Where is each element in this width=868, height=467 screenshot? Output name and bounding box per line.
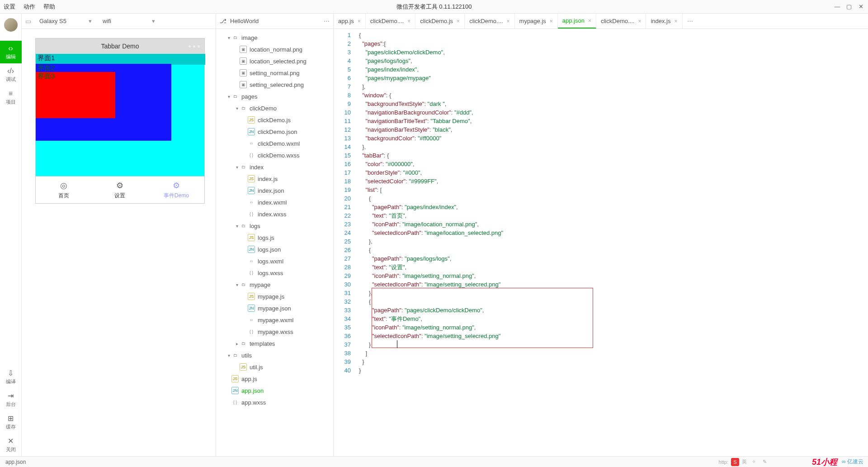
chevron-icon[interactable]: ▾ — [226, 94, 231, 99]
editor-tab-index.js[interactable]: index.js× — [646, 14, 682, 29]
wxss-icon: { } — [248, 210, 255, 218]
rail-icon: ⊞ — [8, 414, 14, 423]
tree-node-clickDemo.json[interactable]: JNclickDemo.json — [216, 126, 333, 138]
explorer-more-icon[interactable]: ⋯ — [324, 18, 330, 24]
rail-项目[interactable]: ≡项目 — [0, 86, 22, 109]
tree-node-clickDemo.js[interactable]: JSclickDemo.js — [216, 114, 333, 126]
close-icon[interactable]: ✕ — [857, 3, 864, 10]
editor-tab-app.js[interactable]: app.js× — [334, 14, 366, 29]
rail-关闭[interactable]: ✕关闭 — [0, 434, 22, 456]
tree-node-clickDemo.wxml[interactable]: ‹›clickDemo.wxml — [216, 138, 333, 149]
menu-action[interactable]: 动作 — [24, 3, 35, 11]
tree-node-pages[interactable]: ▾🗀pages — [216, 91, 333, 102]
network-select[interactable]: wifi — [99, 17, 158, 25]
tree-node-mypage.js[interactable]: JSmypage.js — [216, 291, 333, 302]
tab-close-icon[interactable]: × — [407, 18, 410, 24]
tree-label: location_selected.png — [250, 58, 307, 65]
tree-node-mypage[interactable]: ▾🗀mypage — [216, 279, 333, 291]
rail-缓存[interactable]: ⊞缓存 — [0, 411, 22, 434]
rail-调试[interactable]: ‹/›调试 — [0, 63, 22, 86]
tree-node-clickDemo.wxss[interactable]: { }clickDemo.wxss — [216, 149, 333, 161]
tree-node-index.js[interactable]: JSindex.js — [216, 173, 333, 185]
chevron-icon[interactable]: ▸ — [234, 341, 240, 346]
tree-node-app.js[interactable]: JSapp.js — [216, 373, 333, 385]
tree-node-logs.wxss[interactable]: { }logs.wxss — [216, 267, 333, 279]
watermark-yisu: ∞ 亿速云 — [842, 458, 863, 466]
tabs-more-icon[interactable]: ⋯ — [683, 14, 698, 29]
avatar[interactable] — [4, 18, 18, 32]
chevron-icon[interactable]: ▾ — [226, 353, 231, 358]
js-icon: JS — [231, 375, 239, 382]
tree-node-mypage.json[interactable]: JNmypage.json — [216, 302, 333, 314]
tree-node-logs.wxml[interactable]: ‹›logs.wxml — [216, 255, 333, 267]
phone-tab-1[interactable]: ⚙设置 — [92, 176, 148, 203]
phone-tab-2[interactable]: ⚙事件Demo — [148, 176, 204, 203]
ime-lang[interactable]: 英 — [742, 458, 747, 465]
img-icon: ▣ — [240, 57, 247, 65]
rail-后台[interactable]: ⇥后台 — [0, 388, 22, 411]
tab-close-icon[interactable]: × — [638, 18, 641, 24]
tree-label: logs.wxml — [258, 258, 283, 265]
tab-close-icon[interactable]: × — [588, 18, 591, 24]
chevron-icon[interactable]: ▾ — [234, 224, 240, 229]
tree-node-location_selected.png[interactable]: ▣location_selected.png — [216, 55, 333, 67]
tree-node-index.json[interactable]: JNindex.json — [216, 185, 333, 196]
rail-编辑[interactable]: ‹›编辑 — [0, 41, 22, 63]
tree-node-index[interactable]: ▾🗀index — [216, 161, 333, 173]
code-area[interactable]: { "pages":[ "pages/clickDemo/clickDemo",… — [355, 29, 868, 456]
tab-close-icon[interactable]: × — [457, 18, 460, 24]
tree-node-clickDemo[interactable]: ▾🗀clickDemo — [216, 102, 333, 114]
tree-label: clickDemo.wxml — [258, 140, 300, 147]
editor-panel: app.js×clickDemo....×clickDemo.js×clickD… — [334, 14, 868, 456]
tab-icon: ⚙ — [173, 181, 180, 191]
editor-tab-clickDemo....[interactable]: clickDemo....× — [465, 14, 514, 29]
phone-menu-icon[interactable] — [189, 45, 200, 48]
tab-close-icon[interactable]: × — [358, 18, 361, 24]
editor-tab-clickDemo.js[interactable]: clickDemo.js× — [415, 14, 465, 29]
chevron-icon[interactable]: ▾ — [234, 165, 240, 170]
editor-tab-clickDemo....[interactable]: clickDemo....× — [366, 14, 415, 29]
menu-help[interactable]: 帮助 — [43, 3, 55, 11]
phone-tab-0[interactable]: ◎首页 — [36, 176, 92, 203]
editor-tab-app.json[interactable]: app.json× — [558, 14, 596, 29]
tab-text: app.json — [562, 17, 585, 24]
ime-icon[interactable]: S — [731, 458, 739, 466]
menu-settings[interactable]: 设置 — [4, 3, 15, 11]
tree-node-utils[interactable]: ▾🗀utils — [216, 349, 333, 361]
tab-close-icon[interactable]: × — [507, 18, 510, 24]
tree-node-logs.js[interactable]: JSlogs.js — [216, 232, 333, 243]
phone-icon[interactable]: ▭ — [25, 18, 31, 25]
phone-viewport[interactable]: 界面1 界面2 界面3 — [36, 54, 204, 176]
tree-node-setting_normal.png[interactable]: ▣setting_normal.png — [216, 67, 333, 79]
tab-close-icon[interactable]: × — [674, 18, 677, 24]
tree-node-logs[interactable]: ▾🗀logs — [216, 220, 333, 232]
editor-tab-clickDemo....[interactable]: clickDemo....× — [596, 14, 646, 29]
tray-icon-1[interactable]: ✧ — [750, 458, 758, 466]
chevron-icon[interactable]: ▾ — [234, 282, 240, 287]
tree-node-setting_selecred.png[interactable]: ▣setting_selecred.png — [216, 79, 333, 91]
code-editor[interactable]: 1234567891011121314151617181920212223242… — [334, 29, 868, 456]
rail-icon: ⇥ — [8, 391, 14, 400]
tree-node-util.js[interactable]: JSutil.js — [216, 361, 333, 373]
tree-node-app.wxss[interactable]: { }app.wxss — [216, 396, 333, 408]
editor-tab-mypage.js[interactable]: mypage.js× — [515, 14, 558, 29]
tree-node-templates[interactable]: ▸🗀templates — [216, 338, 333, 349]
tree-node-index.wxss[interactable]: { }index.wxss — [216, 208, 333, 220]
rail-编译[interactable]: ⇩编译 — [0, 366, 22, 388]
tab-close-icon[interactable]: × — [550, 18, 553, 24]
tray-icon-2[interactable]: ✎ — [760, 458, 769, 466]
maximize-icon[interactable]: ▢ — [845, 3, 853, 10]
tree-node-mypage.wxss[interactable]: { }mypage.wxss — [216, 326, 333, 338]
chevron-icon[interactable]: ▾ — [226, 35, 231, 40]
tree-node-mypage.wxml[interactable]: ‹›mypage.wxml — [216, 314, 333, 326]
device-select[interactable]: Galaxy S5 — [36, 17, 94, 25]
tree-node-index.wxml[interactable]: ‹›index.wxml — [216, 196, 333, 208]
tree-node-location_normal.png[interactable]: ▣location_normal.png — [216, 43, 333, 55]
minimize-icon[interactable]: — — [834, 3, 841, 10]
tree-node-app.json[interactable]: JNapp.json — [216, 385, 333, 396]
tree-node-image[interactable]: ▾🗀image — [216, 32, 333, 43]
file-tree[interactable]: ▾🗀image▣location_normal.png▣location_sel… — [216, 29, 333, 456]
tree-node-logs.json[interactable]: JNlogs.json — [216, 243, 333, 255]
tab-icon: ⚙ — [116, 181, 123, 191]
chevron-icon[interactable]: ▾ — [234, 106, 240, 111]
